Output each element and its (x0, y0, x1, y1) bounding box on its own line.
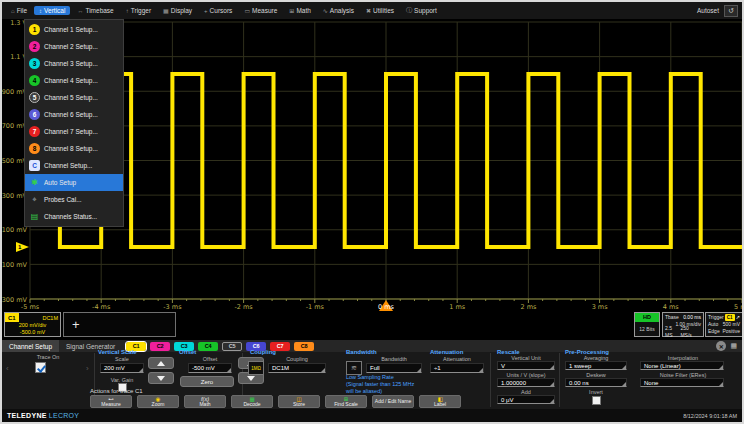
attenuation-field[interactable]: ÷1 (430, 363, 484, 373)
menu-cursors[interactable]: +Cursors (199, 6, 237, 15)
math-button[interactable]: f(x)Math (184, 395, 226, 408)
bandwidth-field[interactable]: Full (366, 363, 422, 373)
trace-on-checkbox[interactable] (35, 362, 46, 373)
store-button[interactable]: ◫Store (278, 395, 320, 408)
c1-scale: 200 mV/div (5, 322, 60, 329)
interpolation-field[interactable]: None (Linear) (640, 361, 724, 370)
menu-file[interactable]: ⌂File (6, 6, 32, 15)
add-edit-name-button[interactable]: Add / Edit Name (372, 395, 414, 408)
averaging-field[interactable]: 1 sweep (565, 361, 627, 370)
trigger-slope: Positive (722, 328, 740, 335)
menu-vertical[interactable]: ↕Vertical (34, 6, 70, 15)
add-field[interactable]: 0 μV (497, 395, 555, 404)
menu-support[interactable]: ⓘSupport (401, 5, 442, 16)
menu-math[interactable]: ⊞Math (284, 6, 315, 15)
channel-4-badge: 4 (29, 75, 40, 86)
menu-analysis[interactable]: ∿Analysis (318, 6, 359, 15)
brand-lecroy: LECROY (49, 412, 80, 419)
chip-c2[interactable]: C2 (150, 342, 170, 351)
menu-timebase-label: Timebase (85, 7, 113, 14)
sampling-warning-line2: (Signal faster than 125 MHz (346, 381, 414, 388)
trigger-type: Edge (708, 328, 720, 335)
autoset-button[interactable]: Autoset (697, 7, 719, 14)
channel-setup-dialog: Channel Setup Signal Generator C1 C2 C3 … (2, 339, 742, 409)
zoom-button[interactable]: ◉Zoom (137, 395, 179, 408)
zero-offset-button[interactable]: Zero (180, 376, 234, 387)
invert-checkbox[interactable] (592, 396, 601, 405)
menu-item-channel-5-setup[interactable]: 5Channel 5 Setup... (25, 89, 123, 106)
menu-display-label: Display (171, 7, 192, 14)
menu-item-channel-1-setup[interactable]: 1Channel 1 Setup... (25, 21, 123, 38)
scale-field[interactable]: 200 mV (100, 363, 144, 373)
add-trace-button[interactable]: + (63, 312, 176, 337)
menu-vertical-label: Vertical (44, 7, 65, 14)
panel-grid-icon[interactable]: ▦ (730, 342, 737, 350)
label-button[interactable]: ◧Label (419, 395, 461, 408)
trigger-descriptor[interactable]: TriggerC1↗ Auto500 mV EdgePositive (705, 312, 743, 337)
menu-timebase[interactable]: ↔Timebase (72, 6, 118, 15)
channel-8-badge: 8 (29, 143, 40, 154)
coupling-label: Coupling (268, 356, 326, 362)
units-per-v-field[interactable]: 1.000000 (497, 378, 555, 387)
svg-text:1 ms: 1 ms (449, 303, 466, 311)
menu-measure-label: Measure (252, 7, 277, 14)
scale-up-button[interactable] (148, 357, 174, 369)
scale-down-button[interactable] (148, 372, 174, 384)
menu-item-label: Channels Status... (44, 213, 97, 220)
menu-item-channel-8-setup[interactable]: 8Channel 8 Setup... (25, 140, 123, 157)
channel-setup-badge: C (29, 160, 40, 171)
find-scale-button[interactable]: ⊞Find Scale (325, 395, 367, 408)
menu-item-channel-2-setup[interactable]: 2Channel 2 Setup... (25, 38, 123, 55)
menu-item-auto-setup[interactable]: ✱Auto Setup (25, 174, 123, 191)
menu-item-channel-3-setup[interactable]: 3Channel 3 Setup... (25, 55, 123, 72)
offset-title: Offset (179, 349, 196, 355)
menu-item-channel-7-setup[interactable]: 7Channel 7 Setup... (25, 123, 123, 140)
c1-trace-descriptor[interactable]: C1 DC1M 200 mV/div -500.0 mV (4, 312, 61, 337)
bandwidth-label: Bandwidth (366, 356, 422, 362)
coupling-impedance-icon: 1MΩ (248, 361, 264, 375)
noise-filter-field[interactable]: None (640, 378, 724, 387)
scroll-left-icon[interactable]: ‹ (6, 364, 9, 373)
menu-item-channel-setup[interactable]: CChannel Setup... (25, 157, 123, 174)
chip-c4[interactable]: C4 (198, 342, 218, 351)
channel-2-badge: 2 (29, 41, 40, 52)
vertical-menu: 1Channel 1 Setup... 2Channel 2 Setup... … (24, 19, 124, 227)
menu-cursors-label: Cursors (210, 7, 233, 14)
measure-button[interactable]: ⊷Measure (90, 395, 132, 408)
display-icon: ▦ (163, 7, 169, 14)
close-dialog-button[interactable]: ✕ (716, 341, 726, 351)
math-icon: ⊞ (289, 7, 294, 14)
menu-utilities[interactable]: ✖Utilities (361, 6, 399, 15)
tab-channel-setup[interactable]: Channel Setup (2, 340, 59, 352)
timebase-descriptor[interactable]: Tbase0.00 ms 1.00 ms/div 2.5 MS250 MS/s (662, 312, 704, 337)
deskew-field[interactable]: 0.00 ns (565, 378, 627, 387)
menu-item-channel-4-setup[interactable]: 4Channel 4 Setup... (25, 72, 123, 89)
channel-5-badge: 5 (29, 92, 40, 103)
scroll-right-icon[interactable]: › (86, 364, 89, 373)
svg-text:4 ms: 4 ms (663, 303, 680, 311)
menu-item-channel-6-setup[interactable]: 6Channel 6 Setup... (25, 106, 123, 123)
button-label: Measure (101, 402, 120, 407)
decode-button[interactable]: ▦Decode (231, 395, 273, 408)
offset-field[interactable]: -500 mV (188, 363, 232, 373)
chip-c8[interactable]: C8 (294, 342, 314, 351)
menu-item-probes-cal[interactable]: ⌖Probes Cal... (25, 191, 123, 208)
menu-trigger[interactable]: ↑Trigger (121, 6, 156, 15)
hd-mode-indicator[interactable]: HD 12 Bits (634, 312, 660, 337)
channel-1-badge: 1 (29, 24, 40, 35)
menu-utilities-label: Utilities (373, 7, 394, 14)
button-label: Math (199, 402, 210, 407)
vertical-unit-field[interactable]: V (497, 361, 555, 370)
down-arrow-icon (157, 376, 165, 381)
menu-item-channels-status[interactable]: ▤Channels Status... (25, 208, 123, 225)
utilities-icon: ✖ (366, 7, 371, 14)
menu-measure[interactable]: ▭Measure (239, 6, 282, 15)
c1-offset: -500.0 mV (5, 329, 60, 336)
trigger-mode: Auto (708, 321, 718, 328)
undo-autoset-button[interactable]: ↺ (724, 5, 738, 17)
menu-display[interactable]: ▦Display (158, 6, 197, 15)
coupling-field[interactable]: DC1M (268, 363, 326, 373)
chip-c5[interactable]: C5 (222, 342, 242, 351)
channel-7-badge: 7 (29, 126, 40, 137)
positive-slope-icon: ↗ (736, 314, 740, 321)
